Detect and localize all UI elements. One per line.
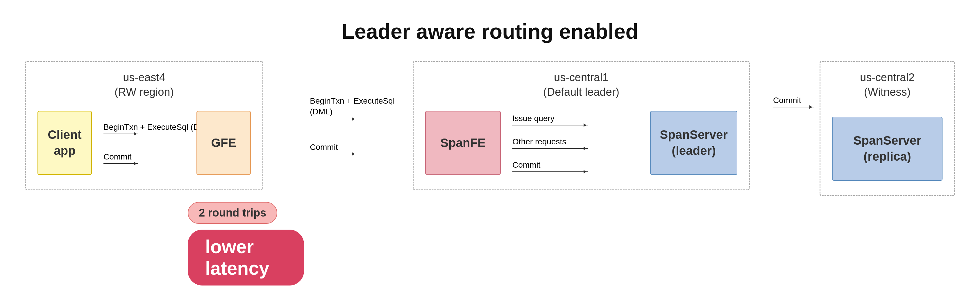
box-spanserver-replica: SpanServer (replica) xyxy=(832,117,942,181)
box-client: Client app xyxy=(38,111,92,175)
badge-round-trips: 2 round trips xyxy=(188,202,277,224)
box-spanfe: SpanFE xyxy=(425,111,501,175)
arrow-spanfe-spanserver-mid: Other requests xyxy=(512,137,638,149)
region-east: us-east4 (RW region) Client app BeginTxn… xyxy=(25,61,263,190)
region-central2-label: us-central2 (Witness) xyxy=(832,70,942,99)
badge-latency: lower latency xyxy=(188,230,304,286)
region-central: us-central1 (Default leader) SpanFE Issu… xyxy=(413,61,750,190)
bottom-section: 2 round trips lower latency xyxy=(188,202,304,286)
inter-region-arrows-east-central: BeginTxn + ExecuteSql (DML) Commit xyxy=(304,61,413,154)
arrow-spanfe-spanserver-bottom: Commit xyxy=(512,160,638,172)
box-spanserver-leader: SpanServer (leader) xyxy=(650,111,737,175)
arrow-spanfe-spanserver-top: Issue query xyxy=(512,114,638,125)
page-title: Leader aware routing enabled xyxy=(25,19,955,43)
diagram-container: Leader aware routing enabled us-east4 (R… xyxy=(25,19,955,286)
inter-region-arrows-central-central2: Commit xyxy=(767,61,819,107)
box-gfe: GFE xyxy=(196,111,251,175)
region-central-label: us-central1 (Default leader) xyxy=(425,70,737,99)
arrow-client-gfe-bottom: Commit xyxy=(103,152,138,164)
region-central2: us-central2 (Witness) SpanServer (replic… xyxy=(819,61,955,196)
region-east-label: us-east4 (RW region) xyxy=(38,70,251,99)
